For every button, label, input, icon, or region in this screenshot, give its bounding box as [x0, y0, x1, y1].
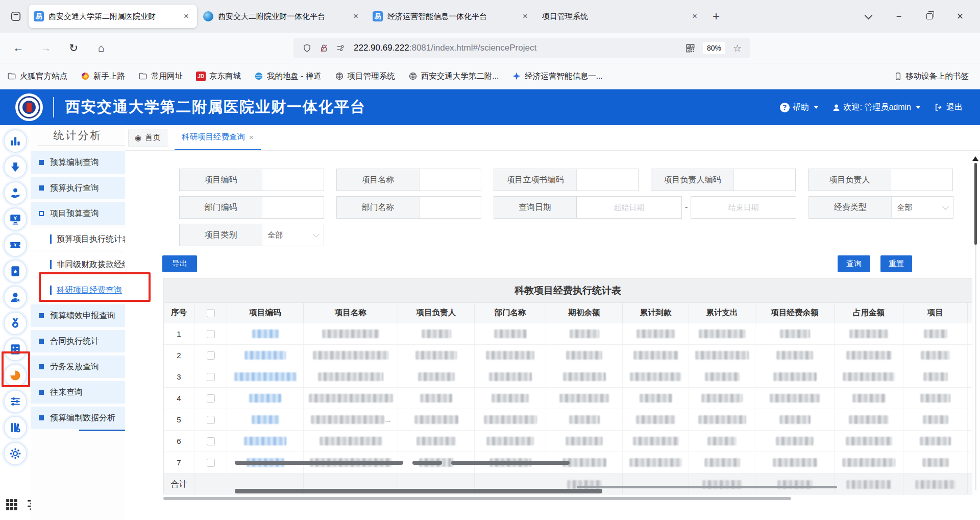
qr-code-icon[interactable] [685, 43, 695, 53]
field-select[interactable]: 全部 [262, 224, 324, 246]
bookmark-item[interactable]: 我的地盘 - 禅道 [254, 71, 322, 82]
logout-icon [934, 103, 943, 112]
chart-bar-icon[interactable] [5, 130, 26, 152]
date-start-input[interactable]: 起始日期 [576, 196, 682, 219]
tab-home[interactable]: ◉ 首页 [128, 129, 167, 147]
reset-button[interactable]: 重置 [880, 255, 912, 272]
browser-tab[interactable]: 易西安交通大学第二附属医院业财× [29, 5, 197, 28]
row-checkbox[interactable] [207, 459, 215, 467]
grid-view-icon[interactable] [5, 498, 18, 511]
tab-close-icon[interactable]: × [350, 10, 361, 22]
bookmark-item[interactable]: 火狐官方站点 [7, 71, 67, 82]
close-window-button[interactable]: × [951, 9, 969, 24]
row-checkbox[interactable] [207, 373, 215, 381]
medal-icon[interactable] [5, 313, 26, 334]
minimize-window-button[interactable]: − [890, 9, 908, 24]
row-checkbox[interactable] [207, 437, 215, 445]
zoom-level-badge[interactable]: 80% [703, 42, 725, 54]
tab-close-icon[interactable]: × [181, 10, 192, 22]
export-button[interactable]: 导出 [162, 255, 197, 272]
archive-gear-icon[interactable] [5, 417, 26, 438]
field-select[interactable]: 全部 [892, 197, 953, 218]
cell [903, 323, 968, 344]
help-menu[interactable]: ? 帮助 [780, 102, 819, 113]
redacted-value [244, 351, 286, 360]
tab-close-icon[interactable]: × [689, 10, 700, 22]
bookmark-item[interactable]: 新手上路 [81, 71, 125, 82]
horizontal-scrollbar-thumb[interactable] [163, 497, 791, 500]
back-button[interactable]: ← [9, 39, 28, 57]
reload-button[interactable]: ↻ [64, 39, 83, 57]
bookmark-star-icon[interactable]: ☆ [733, 42, 742, 54]
tab-list-chevron-button[interactable] [860, 9, 877, 24]
date-end-input[interactable]: 结束日期 [691, 196, 796, 219]
mobile-bookmarks-item[interactable]: 移动设备上的书签 [894, 71, 969, 82]
user-menu[interactable]: 欢迎: 管理员admin [832, 102, 921, 113]
tab-science-project-query[interactable]: 科研项目经费查询 × [175, 125, 261, 150]
tab-close-icon[interactable]: × [249, 133, 254, 141]
field-input[interactable] [262, 169, 324, 191]
restore-window-button[interactable] [921, 9, 938, 24]
field-input[interactable] [734, 169, 795, 191]
row-checkbox[interactable] [207, 394, 215, 403]
sidebar-item-预算编制查询[interactable]: 预算编制查询 [31, 151, 125, 174]
redacted-value [414, 415, 458, 424]
field-input[interactable] [420, 169, 481, 191]
sidebar-item-项目预算查询[interactable]: 项目预算查询 [31, 202, 125, 225]
ticket-icon[interactable] [5, 234, 26, 256]
cell [835, 323, 903, 344]
bookmark-item[interactable]: 常用网址 [138, 71, 183, 82]
cell [194, 452, 227, 473]
url-bar[interactable]: 222.90.69.222:8081/index.html#/sciencePr… [293, 38, 750, 58]
row-checkbox[interactable] [207, 416, 215, 424]
sidebar-item-预算编制数据分析[interactable]: 预算编制数据分析 [31, 407, 125, 429]
download-yen-icon[interactable] [5, 156, 26, 178]
sliders-icon[interactable] [5, 391, 26, 412]
scroll-up-arrow-icon[interactable] [972, 156, 978, 161]
permissions-icon[interactable] [336, 43, 345, 53]
tab-close-icon[interactable]: × [520, 10, 531, 22]
sidebar-item-往来查询[interactable]: 往来查询 [31, 381, 125, 404]
square-bullet-icon [39, 313, 44, 318]
person-icon[interactable] [5, 287, 26, 308]
redacted-value [705, 372, 740, 381]
sidebar-item-预算执行查询[interactable]: 预算执行查询 [31, 177, 125, 199]
bookmark-item[interactable]: 项目管理系统 [335, 71, 395, 82]
sidebar-item-预算项目执行统计表[interactable]: 预算项目执行统计表 [31, 228, 125, 250]
home-button[interactable]: ⌂ [92, 39, 110, 57]
field-input[interactable] [891, 169, 952, 191]
sidebar-item-预算绩效申报查询[interactable]: 预算绩效申报查询 [31, 304, 125, 327]
redacted-value [695, 351, 749, 360]
bookmark-item[interactable]: 西安交通大学第二附... [408, 71, 499, 82]
vertical-scrollbar[interactable] [972, 153, 979, 520]
select-all-checkbox[interactable] [207, 309, 215, 317]
scrollbar-thumb[interactable] [974, 163, 977, 245]
field-input[interactable] [262, 197, 324, 218]
bookmark-label: 常用网址 [151, 71, 183, 82]
browser-tab[interactable]: 易经济运营智能信息一体化平台× [368, 5, 536, 28]
bookmark-item[interactable]: 经济运营智能信息一... [512, 71, 602, 82]
cell [194, 345, 227, 366]
query-button[interactable]: 查询 [838, 255, 870, 272]
insecure-lock-icon[interactable] [319, 43, 329, 53]
hand-coin-icon[interactable] [5, 182, 26, 204]
logout-button[interactable]: 退出 [934, 102, 963, 113]
doc-star-icon[interactable] [5, 261, 26, 282]
field-input[interactable] [577, 169, 638, 191]
sidebar-item-合同执行统计[interactable]: 合同执行统计 [31, 330, 125, 352]
new-tab-button[interactable]: + [706, 8, 726, 25]
sidebar-item-劳务发放查询[interactable]: 劳务发放查询 [31, 356, 125, 378]
row-checkbox[interactable] [207, 330, 215, 338]
forward-button[interactable]: → [37, 39, 55, 57]
table-row: 3 [164, 366, 972, 388]
cell [689, 452, 755, 473]
row-checkbox[interactable] [207, 351, 215, 360]
browser-tab[interactable]: 西安交大二附院业财一体化平台× [198, 5, 366, 28]
firefox-view-button[interactable] [7, 8, 24, 25]
monitor-yen-icon[interactable] [5, 208, 26, 230]
browser-tab[interactable]: 项目管理系统× [537, 5, 705, 28]
field-input[interactable] [420, 197, 481, 218]
gear-icon[interactable] [5, 443, 26, 464]
tracking-shield-icon[interactable] [302, 43, 312, 53]
bookmark-item[interactable]: JD京东商城 [196, 71, 241, 82]
